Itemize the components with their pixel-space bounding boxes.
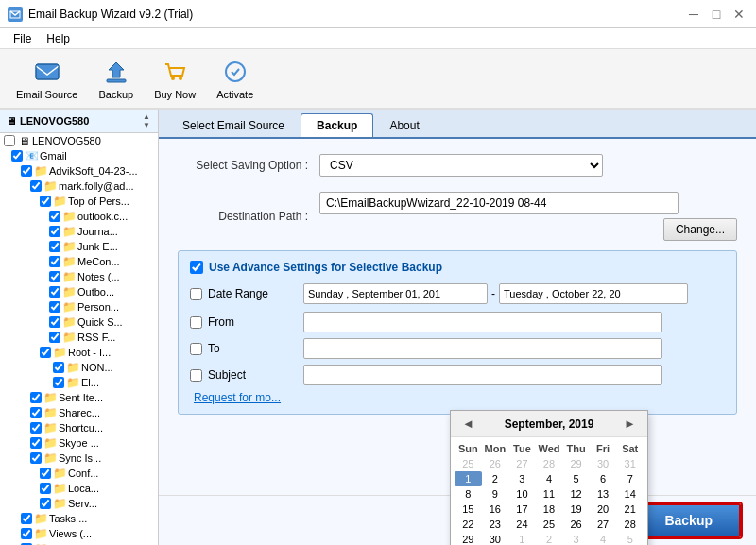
menu-file[interactable]: File (6, 30, 39, 47)
tree-item[interactable]: 📁 RSS F... (0, 330, 158, 345)
change-button[interactable]: Change... (663, 218, 737, 241)
maximize-button[interactable]: □ (707, 5, 726, 24)
tree-checkbox-topofpers[interactable] (40, 196, 51, 207)
menu-help[interactable]: Help (39, 30, 77, 47)
to-input[interactable] (303, 338, 662, 359)
tree-item[interactable]: 📁 Quick S... (0, 315, 158, 330)
tree-checkbox-loca[interactable] (40, 483, 51, 494)
from-input[interactable] (303, 312, 662, 332)
cal-cell[interactable]: 9 (482, 486, 509, 502)
tree-item[interactable]: 📁 Outbo... (0, 284, 158, 299)
tree-item[interactable]: 📁 Sharec... (0, 405, 158, 420)
request-link[interactable]: Request for mo... (194, 391, 281, 404)
tree-checkbox-outbox[interactable] (49, 286, 60, 298)
tree-item[interactable]: 📁 Journa... (0, 224, 158, 239)
cal-cell[interactable]: 7 (616, 471, 644, 486)
tab-backup[interactable]: Backup (301, 113, 373, 137)
toolbar-buy-now[interactable]: Buy Now (146, 52, 204, 105)
cal-cell[interactable]: 30 (482, 532, 509, 545)
tree-checkbox-sharec[interactable] (30, 407, 42, 418)
cal-cell[interactable]: 24 (508, 517, 536, 532)
destination-input[interactable] (319, 192, 679, 214)
tree-checkbox-tasks[interactable] (21, 513, 32, 524)
saving-option-select[interactable]: CSV PST MSG EML MBOX PDF DOC (319, 154, 603, 177)
from-checkbox[interactable] (190, 316, 202, 329)
scroll-down-icon[interactable]: ▼ (141, 121, 152, 129)
toolbar-email-source[interactable]: Email Source (8, 52, 86, 105)
tree-item[interactable]: 📁 Serv... (0, 496, 158, 511)
date-from-input[interactable] (303, 283, 488, 304)
toolbar-activate[interactable]: Activate (208, 52, 262, 105)
cal-cell[interactable]: 19 (562, 502, 590, 517)
cal-cell[interactable]: 23 (482, 517, 509, 532)
subject-input[interactable] (303, 365, 662, 385)
tree-item[interactable]: 📁 Skype ... (0, 435, 158, 451)
backup-button[interactable]: Backup (636, 503, 741, 537)
cal-cell[interactable]: 26 (562, 517, 590, 532)
cal-cell[interactable]: 25 (536, 517, 563, 532)
cal-cell[interactable]: 3 (508, 471, 536, 486)
tree-item[interactable]: 📁 Notes (... (0, 269, 158, 284)
tree-checkbox-non[interactable] (53, 362, 64, 373)
cal-cell[interactable]: 4 (590, 532, 617, 545)
minimize-button[interactable]: ─ (684, 5, 703, 24)
cal-cell[interactable]: 2 (536, 532, 563, 545)
tree-item[interactable]: 📁 Top of Pers... (0, 194, 158, 209)
cal-cell[interactable]: 13 (590, 486, 617, 502)
tree-checkbox-el[interactable] (53, 377, 64, 388)
cal-cell[interactable]: 1 (508, 532, 536, 545)
tree-checkbox-outlookc[interactable] (49, 211, 60, 222)
cal-cell[interactable]: 15 (455, 502, 482, 517)
tree-item[interactable]: 📁 Tasks ... (0, 511, 158, 526)
tree-item[interactable]: 📁 MeCon... (0, 254, 158, 269)
cal-cell[interactable]: 28 (536, 456, 563, 471)
cal-cell[interactable]: 31 (616, 456, 644, 471)
tree-checkbox-notes[interactable] (49, 271, 60, 282)
calendar-prev-button[interactable]: ◄ (456, 415, 480, 433)
cal-cell[interactable]: 29 (562, 456, 590, 471)
tree-item[interactable]: 📁 mark.folly@ad... (0, 179, 158, 194)
cal-cell[interactable]: 25 (455, 456, 482, 471)
tree-checkbox-syncis[interactable] (30, 452, 42, 464)
tree-checkbox-markfolly[interactable] (30, 180, 42, 192)
tree-checkbox-gmail[interactable] (11, 150, 23, 162)
cal-cell[interactable]: 27 (508, 456, 536, 471)
cal-cell[interactable]: 14 (616, 486, 644, 502)
tree-checkbox-skype[interactable] (30, 437, 42, 449)
tree-checkbox-serv[interactable] (40, 498, 51, 509)
tree-item[interactable]: 📁 Conf... (0, 466, 158, 481)
tree-item[interactable]: 📁 AdvikSoft_04-23-... (0, 163, 158, 179)
tree-checkbox-shortcu[interactable] (30, 422, 42, 434)
tree-item[interactable]: 📁 Loca... (0, 481, 158, 496)
tree-item[interactable]: 📧 Gmail (0, 148, 158, 163)
tree-checkbox-rssf[interactable] (49, 332, 60, 343)
scroll-up-icon[interactable]: ▲ (141, 112, 152, 121)
cal-cell[interactable]: 27 (590, 517, 617, 532)
cal-cell[interactable]: 21 (616, 502, 644, 517)
cal-cell[interactable]: 16 (482, 502, 509, 517)
tree-item[interactable]: 📁 outlook.c... (0, 209, 158, 224)
subject-checkbox[interactable] (190, 369, 202, 382)
tree-item[interactable]: 📁 Views (... (0, 526, 158, 541)
tree-checkbox-views[interactable] (21, 528, 32, 539)
cal-cell[interactable]: 8 (455, 486, 482, 502)
close-button[interactable]: ✕ (730, 5, 748, 24)
date-to-input[interactable] (499, 283, 688, 304)
cal-cell-1[interactable]: 1 (455, 471, 482, 486)
cal-cell[interactable]: 26 (482, 456, 509, 471)
cal-cell[interactable]: 10 (508, 486, 536, 502)
cal-cell[interactable]: 20 (590, 502, 617, 517)
tab-about[interactable]: About (373, 113, 435, 137)
tab-select-email-source[interactable]: Select Email Source (166, 113, 301, 137)
tree-item[interactable]: 📁 Person... (0, 299, 158, 315)
cal-cell[interactable]: 22 (455, 517, 482, 532)
tree-checkbox-mecon[interactable] (49, 256, 60, 267)
toolbar-backup[interactable]: Backup (90, 52, 142, 105)
cal-cell[interactable]: 12 (562, 486, 590, 502)
calendar-next-button[interactable]: ► (618, 415, 642, 433)
tree-item[interactable]: 📁 Yamme... (0, 541, 158, 545)
tree-checkbox-root[interactable] (40, 347, 51, 358)
cal-cell[interactable]: 4 (536, 471, 563, 486)
tree-item[interactable]: 📁 Junk E... (0, 239, 158, 254)
date-range-checkbox[interactable] (190, 288, 202, 300)
